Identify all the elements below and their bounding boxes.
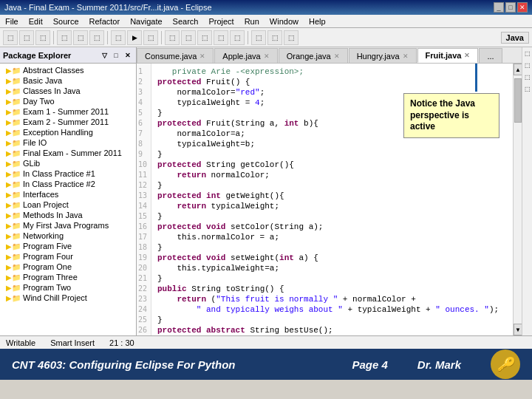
tab-more[interactable]: ...	[479, 48, 502, 63]
package-tree: ▶📁 Abstract Classes ▶📁 Basic Java ▶📁 Cla…	[0, 64, 136, 335]
tab-close-icon[interactable]: ✕	[403, 52, 409, 60]
panel-maximize-btn[interactable]: □	[111, 50, 121, 61]
toolbar-btn-2[interactable]: ⬚	[19, 30, 34, 45]
menu-refactor[interactable]: Refactor	[87, 16, 123, 27]
panel-minimize-btn[interactable]: ▽	[99, 50, 109, 61]
annotation-text: Notice the Java perspective is active	[410, 98, 475, 132]
code-area: 12345 678910 1112131415 1617181920 21222…	[137, 64, 522, 335]
tree-item-prog2[interactable]: ▶📁 Program Two	[0, 282, 136, 293]
tree-item-methods[interactable]: ▶📁 Methods In Java	[0, 210, 136, 220]
tab-apple[interactable]: Apple.java ✕	[214, 48, 277, 63]
folder-icon: ▶📁	[6, 180, 21, 188]
folder-icon: ▶📁	[6, 139, 21, 147]
panel-close-btn[interactable]: ✕	[123, 50, 133, 61]
tab-hungry[interactable]: Hungry.java ✕	[349, 48, 417, 63]
menu-window[interactable]: Window	[267, 16, 301, 27]
menu-run[interactable]: Run	[242, 16, 262, 27]
tree-item-prog1[interactable]: ▶📁 Program One	[0, 262, 136, 272]
tree-item-glib[interactable]: ▶📁 GLib	[0, 158, 136, 168]
tree-item-day-two[interactable]: ▶📁 Day Two	[0, 96, 136, 106]
folder-icon: ▶📁	[6, 253, 21, 261]
toolbar-btn-4[interactable]: ⬚	[57, 30, 72, 45]
perspective-badge[interactable]: Java	[501, 32, 529, 44]
folder-icon: ▶📁	[6, 108, 21, 116]
toolbar-btn-9[interactable]: ⬚	[143, 30, 158, 45]
vertical-scrollbar[interactable]: ▲ ▼	[513, 64, 522, 335]
toolbar-btn-14[interactable]: ⬚	[230, 30, 245, 45]
scroll-thumb[interactable]	[514, 78, 522, 123]
tree-item-prog5[interactable]: ▶📁 Program Five	[0, 241, 136, 251]
folder-icon: ▶📁	[6, 294, 21, 302]
menu-source[interactable]: Source	[51, 16, 81, 27]
right-sidebar: ⬚ ⬚ ⬚ ⬚	[522, 47, 532, 335]
tree-item-exam2[interactable]: ▶📁 Exam 2 - Summer 2011	[0, 117, 136, 127]
tab-close-icon[interactable]: ✕	[200, 52, 205, 60]
toolbar-btn-11[interactable]: ⬚	[181, 30, 196, 45]
folder-icon: ▶📁	[6, 222, 21, 230]
tree-item-networking[interactable]: ▶📁 Networking	[0, 231, 136, 241]
menu-navigate[interactable]: Navigate	[128, 16, 164, 27]
tree-item-inclass2[interactable]: ▶📁 In Class Practice #2	[0, 179, 136, 189]
menu-project[interactable]: Project	[206, 16, 236, 27]
menu-search[interactable]: Search	[171, 16, 201, 27]
toolbar-btn-12[interactable]: ⬚	[197, 30, 212, 45]
toolbar-btn-1[interactable]: ⬚	[3, 30, 18, 45]
tree-item-inclass1[interactable]: ▶📁 In Class Practice #1	[0, 168, 136, 179]
minimize-button[interactable]: _	[494, 2, 504, 13]
tab-orange[interactable]: Orange.java ✕	[279, 48, 348, 63]
folder-icon: ▶📁	[6, 242, 21, 250]
folder-icon: ▶📁	[6, 77, 21, 85]
status-position: 21 : 30	[109, 338, 134, 347]
maximize-button[interactable]: □	[505, 2, 516, 13]
panel-header-controls: ▽ □ ✕	[99, 50, 133, 61]
folder-icon: ▶📁	[6, 87, 21, 95]
tree-item-prog4[interactable]: ▶📁 Program Four	[0, 251, 136, 262]
tree-item-windchill[interactable]: ▶📁 Wind Chill Project	[0, 293, 136, 303]
title-bar: Java - Final Exam - Summer 2011/src/Fr..…	[0, 0, 532, 15]
close-button[interactable]: ✕	[517, 2, 528, 13]
tree-item-final-exam[interactable]: ▶📁 Final Exam - Summer 2011	[0, 148, 136, 158]
tab-consume[interactable]: Consume.java ✕	[137, 48, 214, 63]
toolbar-btn-7[interactable]: ⬚	[111, 30, 126, 45]
tree-item-basic-java[interactable]: ▶📁 Basic Java	[0, 75, 136, 86]
folder-icon: ▶📁	[6, 232, 21, 240]
tree-item-classes-java[interactable]: ▶📁 Classes In Java	[0, 86, 136, 96]
toolbar-btn-15[interactable]: ⬚	[251, 30, 266, 45]
tree-item-myfirst[interactable]: ▶📁 My First Java Programs	[0, 220, 136, 231]
tab-close-icon[interactable]: ✕	[464, 52, 470, 59]
toolbar-btn-10[interactable]: ⬚	[165, 30, 180, 45]
menu-help[interactable]: Help	[307, 16, 328, 27]
sidebar-icon-3[interactable]: ⬚	[523, 72, 532, 81]
tree-item-fileio[interactable]: ▶📁 File IO	[0, 137, 136, 148]
toolbar-btn-6[interactable]: ⬚	[89, 30, 104, 45]
toolbar-btn-5[interactable]: ⬚	[73, 30, 88, 45]
tab-fruit[interactable]: Fruit.java ✕	[417, 48, 479, 63]
sidebar-icon-1[interactable]: ⬚	[523, 49, 532, 58]
menu-edit[interactable]: Edit	[27, 16, 45, 27]
toolbar-btn-17[interactable]: ⬚	[284, 30, 299, 45]
annotation-box: Notice the Java perspective is active	[403, 93, 499, 138]
scroll-down-btn[interactable]: ▼	[514, 324, 522, 335]
folder-icon: ▶📁	[6, 170, 21, 178]
sidebar-icon-2[interactable]: ⬚	[523, 61, 532, 69]
folder-icon: ▶📁	[6, 149, 21, 157]
menu-file[interactable]: File	[3, 16, 21, 27]
tree-item-interfaces[interactable]: ▶📁 Interfaces	[0, 189, 136, 200]
toolbar: ⬚ ⬚ ⬚ ⬚ ⬚ ⬚ ⬚ ▶ ⬚ ⬚ ⬚ ⬚ ⬚ ⬚ ⬚ ⬚ ⬚ Java	[0, 28, 532, 47]
window-controls: _ □ ✕	[494, 2, 528, 13]
toolbar-btn-13[interactable]: ⬚	[214, 30, 228, 45]
toolbar-btn-16[interactable]: ⬚	[267, 30, 282, 45]
tree-item-exception[interactable]: ▶📁 Exception Handling	[0, 127, 136, 137]
tree-item-abstract-classes[interactable]: ▶📁 Abstract Classes	[0, 65, 136, 75]
folder-icon: ▶📁	[6, 201, 21, 209]
tab-close-icon[interactable]: ✕	[264, 52, 270, 60]
status-writable: Writable	[6, 338, 35, 347]
scroll-up-btn[interactable]: ▲	[514, 64, 522, 75]
tree-item-prog3[interactable]: ▶📁 Program Three	[0, 272, 136, 282]
toolbar-btn-8[interactable]: ▶	[127, 30, 142, 45]
tree-item-loan[interactable]: ▶📁 Loan Project	[0, 200, 136, 210]
toolbar-btn-3[interactable]: ⬚	[35, 30, 50, 45]
tree-item-exam1[interactable]: ▶📁 Exam 1 - Summer 2011	[0, 106, 136, 117]
sidebar-icon-4[interactable]: ⬚	[523, 84, 532, 93]
tab-close-icon[interactable]: ✕	[334, 52, 340, 60]
